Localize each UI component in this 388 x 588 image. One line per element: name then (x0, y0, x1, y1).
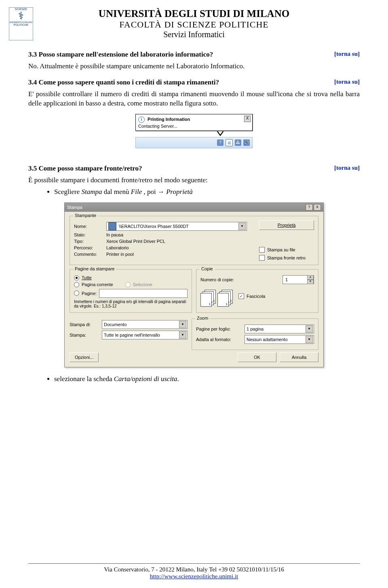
dialog-help-button[interactable]: ? (306, 204, 313, 211)
back-to-top-link[interactable]: [torna su] (334, 78, 360, 85)
ok-button[interactable]: OK (238, 352, 276, 362)
info-icon: i (138, 116, 145, 123)
adatta-value: Nessun adattamento (247, 337, 288, 342)
radio-icon (74, 275, 79, 280)
adatta-combo[interactable]: Nessun adattamento▼ (245, 335, 314, 344)
radio-pagina-corrente[interactable]: Pagina corrente (74, 282, 113, 287)
pagine-input[interactable] (99, 289, 188, 298)
annulla-button[interactable]: Annulla (280, 352, 318, 362)
spin-down-icon[interactable]: ▼ (307, 280, 314, 284)
group-copie-legend: Copie (200, 266, 215, 271)
group-stampante: Stampante Nome: \\ERACLITO\Xerox Phaser … (70, 216, 318, 265)
ppf-value: 1 pagina (247, 327, 264, 331)
ppf-combo[interactable]: 1 pagina▼ (245, 325, 314, 333)
label-nome: Nome: (74, 224, 106, 229)
printer-name-combo[interactable]: \\ERACLITO\Xerox Phaser 5500DT ▼ (106, 222, 247, 231)
section-3-3-text: No. Attualmente è possibile stampare uni… (28, 62, 360, 71)
back-to-top-link[interactable]: [torna su] (334, 51, 360, 57)
chevron-down-icon: ▼ (306, 336, 313, 343)
section-3-4-text: E' possibile controllare il numero di cr… (28, 90, 360, 108)
tooltip-text: Contacting Server... (138, 124, 250, 129)
print-dialog: Stampa ? X Stampante Nome: \\ERACLITO\Xe… (64, 202, 324, 367)
collate-illustration: 321 321 (200, 290, 232, 307)
label-stampa-di: Stampa di: (70, 322, 102, 327)
radio-icon (74, 291, 79, 296)
tooltip-title: Printing Information (148, 117, 190, 122)
university-name: UNIVERSITÀ DEGLI STUDI DI MILANO (28, 8, 360, 19)
label-stato: Stato: (74, 232, 106, 237)
tooltip-close-button[interactable]: X (244, 116, 251, 122)
print-credits-tray-icon[interactable]: 🖨 (226, 139, 233, 146)
stampa-di-value: Documento (104, 322, 127, 327)
radio-tutte[interactable]: Tutte (74, 275, 188, 280)
spin-up-icon[interactable]: ▲ (307, 275, 314, 280)
proprieta-button[interactable]: Proprietà (259, 220, 314, 230)
section-3-5-title: 3.5 Come posso stampare fronte/retro? (28, 164, 142, 173)
label-commento: Commento: (74, 252, 106, 257)
num-copie-spinner[interactable]: 1▲▼ (283, 275, 314, 284)
back-to-top-link[interactable]: [torna su] (334, 164, 360, 171)
checkbox-stampa-su-file[interactable]: Stampa su file (259, 247, 295, 253)
checkbox-icon: ✓ (238, 293, 244, 299)
volume-tray-icon[interactable]: 🔊 (243, 139, 250, 146)
radio-icon (74, 282, 79, 287)
printer-icon (108, 222, 116, 230)
footer-address: Via Conservatorio, 7 - 20122 Milano, Ita… (28, 566, 360, 573)
label-stampa: Stampa: (70, 333, 102, 337)
caduceus-icon: ⚕ (18, 11, 24, 21)
taskbar: ? 🖨 🖧 🔊 (135, 137, 253, 148)
logo-text-bottom: POLITICHE (14, 23, 29, 26)
bullet-stampa-proprieta: Scegliere Stampa dal menù File , poi → P… (54, 188, 360, 197)
group-pagine: Pagine da stampare Tutte Pagina corrente… (70, 269, 192, 313)
value-percorso: Laboratorio (106, 245, 129, 250)
radio-pagine[interactable]: Pagine: (74, 289, 188, 298)
section-3-5-intro: È possibile stampare i documenti fronte/… (28, 176, 360, 185)
dialog-close-button[interactable]: X (314, 204, 321, 211)
service-name: Servizi Informatici (28, 30, 360, 39)
label-percorso: Percorso: (74, 245, 106, 250)
footer-link[interactable]: http://www.scienzepolitiche.unimi.it (150, 573, 238, 580)
printing-info-tooltip: i Printing Information X Contacting Serv… (135, 114, 253, 131)
value-commento: Printer in pool (106, 252, 134, 257)
dialog-title: Stampa (67, 205, 82, 210)
opzioni-button[interactable]: Opzioni... (70, 352, 99, 362)
checkbox-fascicola[interactable]: ✓Fascicola (238, 293, 265, 299)
stampa-di-combo[interactable]: Documento▼ (102, 320, 188, 329)
group-stampante-legend: Stampante (73, 213, 98, 218)
chevron-down-icon: ▼ (238, 223, 246, 230)
section-3-3-title: 3.3 Posso stampare nell'estensione del l… (28, 51, 213, 59)
faculty-name: FACOLTÀ DI SCIENZE POLITICHE (28, 19, 360, 30)
group-zoom: Zoom Pagine per foglio:1 pagina▼ Adatta … (192, 318, 318, 350)
tray-tooltip-figure: i Printing Information X Contacting Serv… (135, 114, 253, 148)
stampa-combo[interactable]: Tutte le pagine nell'intervallo▼ (102, 331, 188, 339)
group-zoom-legend: Zoom (195, 316, 210, 320)
checkbox-fronte-retro[interactable]: Stampa fronte retro (259, 255, 306, 261)
label-adatta: Adatta al formato: (196, 337, 245, 342)
label-tipo: Tipo: (74, 239, 106, 244)
pagine-help-text: Immettere i numeri di pagina e/o gli int… (74, 299, 188, 308)
network-tray-icon[interactable]: 🖧 (235, 139, 241, 146)
label-num-copie: Numero di copie: (200, 277, 283, 282)
value-tipo: Xerox Global Print Driver PCL (106, 239, 165, 244)
stampa-value: Tutte le pagine nell'intervallo (104, 333, 160, 337)
chevron-down-icon: ▼ (179, 321, 186, 328)
value-stato: In pausa (106, 232, 123, 237)
bullet-seleziona-scheda: selezionare la scheda Carta/opzioni di u… (54, 375, 360, 384)
radio-selezione: Selezione (125, 282, 152, 287)
section-3-4-title: 3.4 Come posso sapere quanti sono i cred… (28, 78, 219, 86)
group-copie: Copie Numero di copie: 1▲▼ 321 321 ✓Fasc… (196, 269, 318, 313)
checkbox-icon (259, 247, 265, 253)
page-footer: Via Conservatorio, 7 - 20122 Milano, Ita… (28, 563, 360, 580)
num-copie-value: 1 (285, 277, 288, 282)
chevron-down-icon: ▼ (306, 325, 313, 333)
radio-icon (125, 282, 131, 287)
university-logo: SCIENZE ⚕ UNIVERSITÀ DI MILANO POLITICHE (9, 7, 33, 40)
checkbox-icon (259, 255, 265, 261)
page-header: UNIVERSITÀ DEGLI STUDI DI MILANO FACOLTÀ… (28, 8, 360, 39)
group-pagine-legend: Pagine da stampare (73, 266, 116, 271)
printer-name-value: \\ERACLITO\Xerox Phaser 5500DT (119, 224, 189, 229)
help-tray-icon[interactable]: ? (217, 139, 224, 146)
label-pagine-per-foglio: Pagine per foglio: (196, 327, 245, 331)
chevron-down-icon: ▼ (179, 331, 186, 339)
